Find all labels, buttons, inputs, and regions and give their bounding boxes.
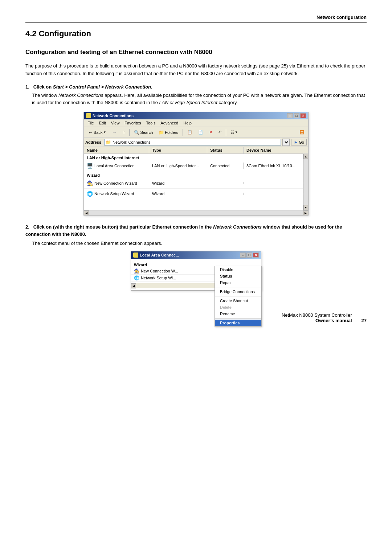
- section-title: 4.2 Configuration: [25, 29, 367, 38]
- intro-text: The purpose of this procedure is to buil…: [25, 62, 367, 78]
- go-icon: ►: [294, 140, 298, 145]
- folders-button[interactable]: 📁 Folders: [156, 129, 181, 136]
- restore-button[interactable]: □: [294, 113, 299, 118]
- row2-device: [244, 182, 303, 184]
- scroll-up-button[interactable]: ▲: [303, 154, 309, 159]
- top-header: Network configuration: [25, 15, 367, 22]
- ctx-menu-shortcut[interactable]: Create Shortcut: [215, 297, 261, 304]
- menu-view[interactable]: View: [109, 120, 122, 126]
- row1-name-text: Local Area Connection: [94, 164, 135, 168]
- address-folder-icon: 📁: [106, 140, 111, 145]
- horizontal-scrollbar-area: ◀ ▶: [84, 210, 308, 215]
- menu-help[interactable]: Help: [181, 120, 194, 126]
- row3-name: 🌐 Network Setup Wizard: [84, 190, 149, 198]
- ctx-menu-status[interactable]: Status: [215, 273, 261, 279]
- address-bar: Address 📁 Network Connections ► Go: [84, 138, 308, 147]
- address-label: Address: [85, 140, 101, 144]
- close-button[interactable]: ✕: [300, 113, 306, 118]
- menu-bar: File Edit View Favorites Tools Advanced …: [84, 119, 308, 127]
- menu-advanced[interactable]: Advanced: [158, 120, 180, 126]
- header-title: Network configuration: [317, 15, 367, 20]
- step1-body: The window Network Connections appears. …: [32, 92, 367, 107]
- table-row[interactable]: 🖥️ Local Area Connection LAN or High-Spe…: [84, 161, 303, 171]
- back-icon: ←: [88, 130, 93, 135]
- ctx-menu-repair[interactable]: Repair: [215, 279, 261, 286]
- back-button[interactable]: ← Back ▼: [85, 128, 109, 136]
- ctx-window-icon: [133, 253, 138, 258]
- step2-number: 2. Click on (with the right mouse button…: [25, 224, 342, 237]
- ctx-scroll-left-button[interactable]: ◀: [131, 283, 136, 288]
- window-titlebar: Network Connections – □ ✕: [84, 112, 308, 119]
- ctx-close-button[interactable]: ✕: [253, 253, 259, 258]
- ctx-menu-bridge[interactable]: Bridge Connections: [215, 288, 261, 295]
- forward-icon: →: [112, 130, 117, 135]
- copy-button[interactable]: 📋: [185, 129, 195, 136]
- search-label: Search: [140, 130, 153, 135]
- scroll-down-button[interactable]: ▼: [303, 205, 309, 210]
- row3-device: [244, 193, 303, 195]
- ctx-restore-button[interactable]: □: [246, 253, 252, 258]
- ctx-separator-3: [215, 318, 261, 319]
- ctx-menu-properties[interactable]: Properties: [215, 320, 261, 326]
- ctx-menu-rename[interactable]: Rename: [215, 311, 261, 317]
- table-header: Name Type Status Device Name: [84, 147, 308, 154]
- footer-area: NetMax N8000 System Controller Owner’s m…: [25, 312, 367, 323]
- row1-type: LAN or High-Speed Inter...: [149, 163, 207, 169]
- menu-favorites[interactable]: Favorites: [122, 120, 143, 126]
- ctx-separator-2: [215, 296, 261, 296]
- context-menu: Disable Status Repair Bridge Connections…: [215, 266, 262, 327]
- menu-file[interactable]: File: [85, 120, 96, 126]
- row1-status: Connected: [207, 163, 244, 169]
- row2-name-text: New Connection Wizard: [94, 181, 137, 185]
- delete-button[interactable]: ✕: [207, 129, 215, 136]
- col-header-type[interactable]: Type: [149, 147, 207, 153]
- windows-logo-icon: ⊞: [299, 129, 304, 136]
- views-button[interactable]: ☷ ▼: [228, 129, 240, 136]
- address-dropdown[interactable]: [282, 139, 290, 146]
- up-button[interactable]: ↑: [120, 129, 127, 136]
- forward-button[interactable]: →: [109, 128, 119, 136]
- undo-icon: ↶: [218, 130, 221, 135]
- ctx-titlebar-left: Local Area Connec...: [133, 253, 179, 258]
- h-scroll-track: [89, 210, 303, 215]
- table-row[interactable]: 🧙 New Connection Wizard Wizard: [84, 178, 303, 189]
- paste-button[interactable]: 📄: [196, 129, 206, 136]
- back-dropdown-icon: ▼: [103, 131, 106, 134]
- row1-device: 3Com EtherLink XL 10/10...: [244, 163, 303, 169]
- network-connections-window: Network Connections – □ ✕ File Edit View…: [83, 112, 309, 216]
- section-lan: LAN or High-Speed Internet: [84, 154, 303, 161]
- scroll-right-button[interactable]: ▶: [303, 210, 308, 216]
- section-wizard: Wizard: [84, 171, 303, 178]
- footer-product: NetMax N8000 System Controller: [282, 312, 352, 318]
- context-menu-window: Local Area Connec... – □ ✕ Wizard 🧙 New …: [131, 251, 261, 291]
- ctx-minimize-button[interactable]: –: [240, 253, 246, 258]
- table-row[interactable]: 🌐 Network Setup Wizard Wizard: [84, 189, 303, 199]
- step-2: 2. Click on (with the right mouse button…: [25, 223, 367, 291]
- menu-tools[interactable]: Tools: [144, 120, 158, 126]
- col-header-status[interactable]: Status: [207, 147, 244, 153]
- step1-label: 1. Click on Start > Control Panel > Netw…: [25, 84, 367, 90]
- ctx-menu-disable[interactable]: Disable: [215, 266, 261, 273]
- col-header-name[interactable]: Name: [84, 147, 149, 153]
- setup-wizard-icon: 🌐: [87, 191, 93, 197]
- menu-edit[interactable]: Edit: [97, 120, 108, 126]
- page-number: 27: [362, 318, 367, 323]
- go-button[interactable]: ► Go: [291, 139, 307, 145]
- search-button[interactable]: 🔍 Search: [131, 129, 155, 136]
- step2-label: 2. Click on (with the right mouse button…: [25, 223, 367, 238]
- ctx-row1-text: New Connection W...: [141, 269, 178, 273]
- undo-button[interactable]: ↶: [216, 129, 224, 136]
- toolbar: ← Back ▼ → ↑ 🔍 Search 📁 Folders: [84, 127, 308, 138]
- copy-icon: 📋: [187, 130, 192, 135]
- ctx-separator-1: [215, 287, 261, 287]
- address-input[interactable]: 📁 Network Connections: [104, 139, 281, 145]
- row3-name-text: Network Setup Wizard: [94, 192, 134, 196]
- step-1: 1. Click on Start > Control Panel > Netw…: [25, 84, 367, 216]
- minimize-button[interactable]: –: [287, 113, 293, 118]
- col-header-device[interactable]: Device Name: [244, 147, 308, 153]
- ctx-window-titlebar: Local Area Connec... – □ ✕: [131, 251, 261, 259]
- scroll-left-button[interactable]: ◀: [84, 210, 89, 216]
- scrollbar[interactable]: ▲ ▼: [303, 154, 308, 210]
- page: Network configuration 4.2 Configuration …: [0, 0, 392, 345]
- ctx-row2-icon: 🌐: [134, 275, 139, 280]
